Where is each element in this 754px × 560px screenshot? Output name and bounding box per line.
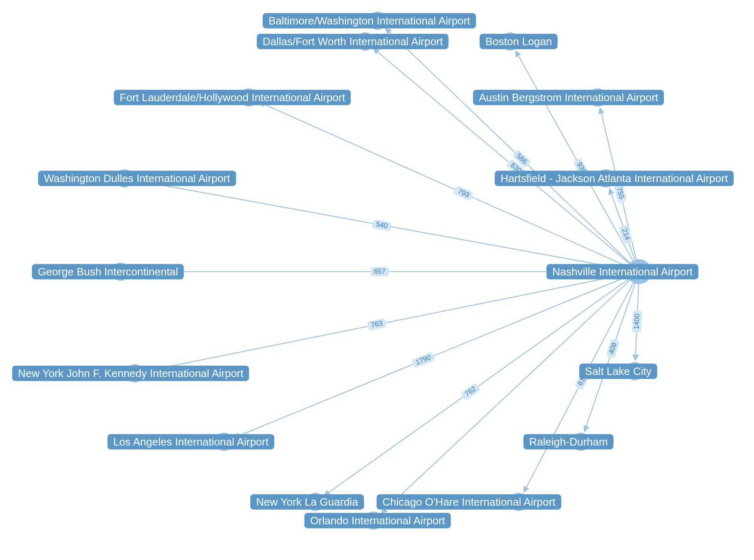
- node-label-nashville[interactable]: Nashville International Airport: [547, 264, 698, 280]
- edge-weight-bwi: 586: [512, 149, 531, 168]
- edge-ord: [524, 283, 633, 492]
- node-label-ord[interactable]: Chicago O'Hare International Airport: [377, 494, 561, 510]
- node-label-fll[interactable]: Fort Lauderdale/Hollywood International …: [114, 90, 351, 105]
- edge-atl: [610, 188, 635, 260]
- edge-iad: [135, 180, 627, 270]
- edge-lax: [234, 276, 627, 438]
- edge-weight-iad: 540: [372, 219, 392, 231]
- node-label-atl[interactable]: Hartsfield - Jackson Atlanta Internation…: [495, 171, 734, 186]
- edge-mco: [381, 280, 630, 514]
- edge-slc: [635, 284, 639, 360]
- node-label-mco[interactable]: Orlando International Airport: [304, 513, 451, 528]
- edge-weight-lga: 762: [461, 382, 481, 401]
- edge-weight-atl: 214: [618, 224, 633, 244]
- edge-bos: [516, 51, 633, 261]
- node-label-aus[interactable]: Austin Bergstrom International Airport: [473, 90, 664, 105]
- node-label-iad[interactable]: Washington Dulles International Airport: [38, 171, 236, 186]
- node-label-lax[interactable]: Los Angeles International Airport: [107, 434, 274, 450]
- edge-weight-lax: 1790: [411, 352, 435, 369]
- edge-jfk: [145, 274, 627, 371]
- node-label-bos[interactable]: Boston Logan: [480, 34, 558, 49]
- node-label-lga[interactable]: New York La Guardia: [250, 494, 364, 510]
- edge-dfw: [373, 49, 630, 264]
- edge-weight-rdu: 409: [605, 338, 620, 358]
- edge-bwi: [386, 28, 630, 263]
- edge-weight-slc: 1400: [632, 310, 642, 333]
- edge-rdu: [584, 283, 635, 431]
- graph-canvas[interactable]: 5866309397937555402146571400763179040976…: [0, 0, 754, 560]
- node-label-slc[interactable]: Salt Lake City: [579, 364, 657, 379]
- node-label-iah[interactable]: George Bush Intercontinental: [32, 264, 184, 280]
- edge-weight-fll: 793: [453, 185, 473, 201]
- edge-weight-iah: 657: [371, 267, 389, 276]
- node-label-bwi[interactable]: Baltimore/Washington International Airpo…: [263, 13, 476, 29]
- edge-weight-aus: 755: [614, 183, 627, 203]
- edge-weight-jfk: 763: [367, 318, 387, 331]
- node-label-dfw[interactable]: Dallas/Fort Worth International Airport: [257, 34, 449, 49]
- node-label-rdu[interactable]: Raleigh-Durham: [523, 434, 613, 450]
- node-label-jfk[interactable]: New York John F. Kennedy International A…: [12, 366, 249, 381]
- edge-lga: [324, 279, 629, 496]
